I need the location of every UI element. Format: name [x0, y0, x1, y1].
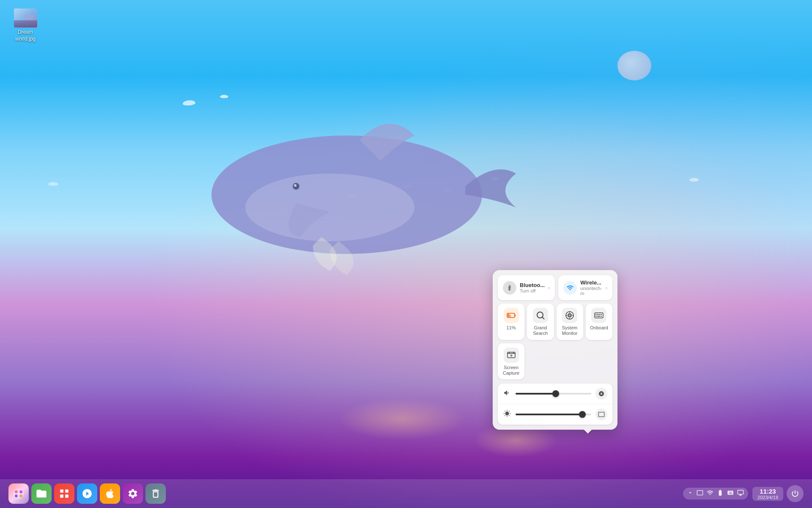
svg-point-29: [19, 494, 22, 497]
svg-rect-20: [595, 316, 597, 317]
bluetooth-icon: [503, 281, 516, 295]
battery-icon: [504, 308, 519, 323]
svg-rect-15: [595, 313, 603, 318]
taskbar-right: 11:23 2023/4/19: [683, 485, 804, 502]
clock-time: 11:23: [760, 488, 776, 495]
brightness-end-icon[interactable]: [595, 409, 607, 420]
tray-area: [683, 488, 748, 500]
tray-battery-icon[interactable]: [717, 489, 724, 498]
volume-track[interactable]: [516, 393, 591, 395]
tray-display-icon[interactable]: [737, 489, 744, 498]
taskbar-apps: [8, 483, 166, 504]
fish-deco-3: [48, 182, 58, 186]
tray-screen-icon[interactable]: [697, 489, 703, 498]
svg-rect-16: [595, 314, 597, 315]
volume-icon: [503, 389, 511, 398]
onboard-btn[interactable]: Onboard: [586, 304, 612, 340]
svg-point-27: [19, 490, 22, 493]
svg-rect-30: [60, 489, 63, 493]
svg-rect-17: [597, 314, 598, 315]
control-panel: Bluetoo... Turn off › Wirele... uniontec…: [493, 270, 617, 430]
grand-search-btn[interactable]: Grand Search: [527, 304, 554, 340]
brightness-thumb[interactable]: [579, 411, 586, 418]
volume-thumb[interactable]: [552, 390, 559, 397]
glow-1: [338, 398, 465, 440]
toggle-row: Bluetoo... Turn off › Wirele... uniontec…: [498, 275, 612, 300]
svg-rect-33: [65, 494, 69, 498]
system-monitor-icon: [562, 308, 577, 323]
bluetooth-toggle[interactable]: Bluetoo... Turn off ›: [498, 275, 555, 300]
svg-rect-21: [597, 316, 600, 317]
grand-search-label: Grand Search: [529, 325, 551, 336]
battery-label: 11%: [507, 325, 516, 331]
onboard-icon: [591, 308, 606, 323]
wifi-arrow: ›: [606, 285, 607, 291]
taskbar-appstore2[interactable]: [100, 483, 120, 504]
svg-point-28: [15, 494, 18, 497]
volume-end-icon[interactable]: [595, 388, 607, 400]
taskbar-apps-grid[interactable]: [54, 483, 74, 504]
svg-rect-6: [14, 20, 37, 28]
system-monitor-label: System Monitor: [559, 325, 581, 336]
taskbar-file-manager[interactable]: [31, 483, 52, 504]
wifi-toggle[interactable]: Wirele... uniontech-m ›: [558, 275, 612, 300]
volume-fill: [516, 393, 556, 395]
svg-point-3: [294, 184, 296, 187]
clock-date: 2023/4/19: [757, 495, 778, 500]
taskbar-launcher[interactable]: [8, 483, 29, 504]
volume-slider-row: [498, 384, 612, 404]
power-button[interactable]: [787, 485, 804, 502]
panel-arrow: [584, 430, 592, 434]
desktop-icon-dreamworld[interactable]: Dreamworld.jpg: [8, 8, 42, 42]
tray-wifi-icon[interactable]: [707, 489, 713, 498]
grand-search-icon: [533, 308, 548, 323]
svg-point-14: [569, 315, 571, 316]
tray-keyboard-icon[interactable]: [727, 489, 734, 498]
taskbar: 11:23 2023/4/19: [0, 479, 812, 508]
svg-rect-31: [65, 489, 69, 493]
datetime-area[interactable]: 11:23 2023/4/19: [752, 487, 783, 501]
svg-point-24: [510, 354, 512, 356]
svg-rect-19: [601, 314, 602, 315]
screen-capture-icon: [504, 348, 519, 363]
svg-point-1: [245, 174, 414, 241]
app-grid-row1: 11% Grand Search: [498, 304, 612, 340]
brightness-fill: [516, 414, 582, 415]
desktop-icon-label: Dreamworld.jpg: [15, 29, 36, 42]
taskbar-store[interactable]: [77, 483, 97, 504]
battery-app-btn[interactable]: 11%: [498, 304, 524, 340]
desktop-icon-thumbnail: [14, 8, 37, 28]
svg-rect-8: [515, 315, 516, 316]
svg-point-25: [13, 488, 24, 499]
wifi-icon: [563, 281, 577, 295]
brightness-slider-row: [498, 404, 612, 425]
wifi-text: Wirele... uniontech-m: [580, 279, 602, 296]
sliders-area: [498, 384, 612, 425]
whale-illustration: [127, 76, 550, 288]
desktop: Dreamworld.jpg Bluetoo... Turn off ›: [0, 0, 812, 508]
svg-rect-18: [599, 314, 600, 315]
svg-rect-32: [60, 494, 63, 498]
taskbar-settings[interactable]: [123, 483, 143, 504]
screen-capture-label: Screen Capture: [500, 365, 522, 376]
svg-point-5: [24, 14, 34, 19]
svg-rect-9: [508, 314, 509, 317]
svg-rect-22: [601, 316, 602, 317]
taskbar-trash[interactable]: [145, 483, 166, 504]
app-grid-row2: Screen Capture: [498, 343, 612, 379]
fish-deco-8: [689, 178, 699, 182]
onboard-label: Onboard: [590, 325, 608, 331]
brightness-track[interactable]: [516, 414, 591, 415]
system-monitor-btn[interactable]: System Monitor: [557, 304, 583, 340]
moon: [617, 51, 651, 80]
svg-point-26: [15, 490, 18, 493]
bluetooth-arrow: ›: [548, 285, 550, 291]
bluetooth-text: Bluetoo... Turn off: [520, 282, 545, 293]
brightness-icon: [503, 410, 511, 419]
screen-capture-btn[interactable]: Screen Capture: [498, 343, 524, 379]
tray-expand-icon[interactable]: [687, 490, 693, 497]
